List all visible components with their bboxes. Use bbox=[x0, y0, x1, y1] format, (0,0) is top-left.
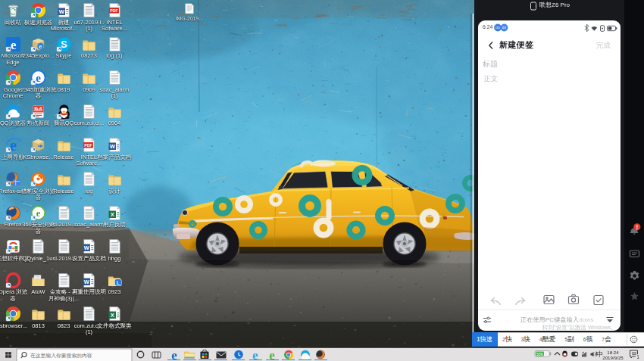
svg-text:1: 1 bbox=[636, 354, 639, 359]
svg-text:PDF: PDF bbox=[84, 143, 92, 148]
svg-text:e: e bbox=[269, 350, 275, 359]
svg-text:热点: 热点 bbox=[33, 107, 43, 112]
svg-text:在这里输入你要搜索的内容: 在这里输入你要搜索的内容 bbox=[30, 353, 92, 359]
svg-text:X: X bbox=[110, 211, 114, 218]
svg-text:e: e bbox=[39, 43, 42, 48]
svg-text:PDF: PDF bbox=[110, 8, 117, 13]
svg-text:oo: oo bbox=[496, 26, 500, 30]
svg-text:oo: oo bbox=[502, 26, 507, 30]
svg-text:e: e bbox=[252, 350, 258, 359]
svg-text:S: S bbox=[61, 39, 67, 50]
svg-text:L: L bbox=[116, 279, 120, 285]
svg-text:e: e bbox=[171, 350, 177, 359]
svg-text:e: e bbox=[10, 37, 16, 51]
svg-text:W: W bbox=[109, 143, 115, 150]
svg-text:50%: 50% bbox=[536, 353, 543, 356]
svg-text:W: W bbox=[84, 279, 90, 285]
svg-text:e: e bbox=[36, 208, 41, 219]
svg-text:X: X bbox=[110, 312, 114, 319]
svg-text:W: W bbox=[84, 244, 90, 251]
svg-text:W: W bbox=[58, 8, 64, 15]
svg-text:e: e bbox=[36, 72, 41, 84]
